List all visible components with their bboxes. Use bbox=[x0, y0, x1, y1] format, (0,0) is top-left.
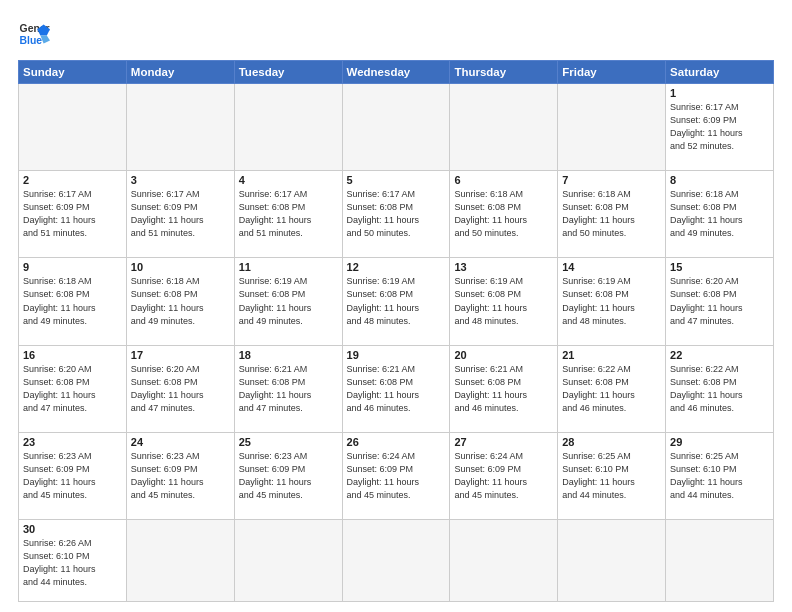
calendar-cell: 7Sunrise: 6:18 AM Sunset: 6:08 PM Daylig… bbox=[558, 171, 666, 258]
calendar-cell bbox=[666, 520, 774, 602]
calendar-row: 9Sunrise: 6:18 AM Sunset: 6:08 PM Daylig… bbox=[19, 258, 774, 345]
day-info: Sunrise: 6:18 AM Sunset: 6:08 PM Dayligh… bbox=[131, 275, 230, 327]
calendar-cell: 28Sunrise: 6:25 AM Sunset: 6:10 PM Dayli… bbox=[558, 432, 666, 519]
day-number: 18 bbox=[239, 349, 338, 361]
day-info: Sunrise: 6:25 AM Sunset: 6:10 PM Dayligh… bbox=[670, 450, 769, 502]
calendar-cell: 3Sunrise: 6:17 AM Sunset: 6:09 PM Daylig… bbox=[126, 171, 234, 258]
calendar-cell: 22Sunrise: 6:22 AM Sunset: 6:08 PM Dayli… bbox=[666, 345, 774, 432]
calendar-row: 16Sunrise: 6:20 AM Sunset: 6:08 PM Dayli… bbox=[19, 345, 774, 432]
day-info: Sunrise: 6:25 AM Sunset: 6:10 PM Dayligh… bbox=[562, 450, 661, 502]
calendar-cell bbox=[558, 520, 666, 602]
header: General Blue bbox=[18, 18, 774, 50]
weekday-header-saturday: Saturday bbox=[666, 61, 774, 84]
day-info: Sunrise: 6:20 AM Sunset: 6:08 PM Dayligh… bbox=[23, 363, 122, 415]
svg-text:Blue: Blue bbox=[20, 35, 43, 46]
day-info: Sunrise: 6:24 AM Sunset: 6:09 PM Dayligh… bbox=[454, 450, 553, 502]
page: General Blue SundayMondayTuesdayWednesda… bbox=[0, 0, 792, 612]
day-number: 28 bbox=[562, 436, 661, 448]
day-number: 12 bbox=[347, 261, 446, 273]
day-info: Sunrise: 6:23 AM Sunset: 6:09 PM Dayligh… bbox=[23, 450, 122, 502]
day-info: Sunrise: 6:22 AM Sunset: 6:08 PM Dayligh… bbox=[562, 363, 661, 415]
calendar-cell bbox=[234, 84, 342, 171]
calendar-cell: 21Sunrise: 6:22 AM Sunset: 6:08 PM Dayli… bbox=[558, 345, 666, 432]
weekday-header-tuesday: Tuesday bbox=[234, 61, 342, 84]
day-number: 23 bbox=[23, 436, 122, 448]
calendar-cell: 24Sunrise: 6:23 AM Sunset: 6:09 PM Dayli… bbox=[126, 432, 234, 519]
weekday-header-monday: Monday bbox=[126, 61, 234, 84]
day-info: Sunrise: 6:21 AM Sunset: 6:08 PM Dayligh… bbox=[239, 363, 338, 415]
day-number: 17 bbox=[131, 349, 230, 361]
day-info: Sunrise: 6:17 AM Sunset: 6:09 PM Dayligh… bbox=[131, 188, 230, 240]
day-number: 7 bbox=[562, 174, 661, 186]
day-number: 10 bbox=[131, 261, 230, 273]
calendar-cell: 11Sunrise: 6:19 AM Sunset: 6:08 PM Dayli… bbox=[234, 258, 342, 345]
day-number: 6 bbox=[454, 174, 553, 186]
day-info: Sunrise: 6:18 AM Sunset: 6:08 PM Dayligh… bbox=[562, 188, 661, 240]
calendar-cell: 29Sunrise: 6:25 AM Sunset: 6:10 PM Dayli… bbox=[666, 432, 774, 519]
calendar-cell: 4Sunrise: 6:17 AM Sunset: 6:08 PM Daylig… bbox=[234, 171, 342, 258]
day-number: 19 bbox=[347, 349, 446, 361]
calendar-cell: 27Sunrise: 6:24 AM Sunset: 6:09 PM Dayli… bbox=[450, 432, 558, 519]
calendar-cell: 9Sunrise: 6:18 AM Sunset: 6:08 PM Daylig… bbox=[19, 258, 127, 345]
day-number: 30 bbox=[23, 523, 122, 535]
day-number: 21 bbox=[562, 349, 661, 361]
day-info: Sunrise: 6:21 AM Sunset: 6:08 PM Dayligh… bbox=[347, 363, 446, 415]
day-number: 13 bbox=[454, 261, 553, 273]
calendar-cell: 23Sunrise: 6:23 AM Sunset: 6:09 PM Dayli… bbox=[19, 432, 127, 519]
calendar-cell: 13Sunrise: 6:19 AM Sunset: 6:08 PM Dayli… bbox=[450, 258, 558, 345]
weekday-header-friday: Friday bbox=[558, 61, 666, 84]
day-info: Sunrise: 6:18 AM Sunset: 6:08 PM Dayligh… bbox=[23, 275, 122, 327]
day-number: 29 bbox=[670, 436, 769, 448]
day-info: Sunrise: 6:17 AM Sunset: 6:09 PM Dayligh… bbox=[23, 188, 122, 240]
calendar-row: 2Sunrise: 6:17 AM Sunset: 6:09 PM Daylig… bbox=[19, 171, 774, 258]
calendar-cell: 6Sunrise: 6:18 AM Sunset: 6:08 PM Daylig… bbox=[450, 171, 558, 258]
calendar-cell: 30Sunrise: 6:26 AM Sunset: 6:10 PM Dayli… bbox=[19, 520, 127, 602]
day-info: Sunrise: 6:18 AM Sunset: 6:08 PM Dayligh… bbox=[670, 188, 769, 240]
calendar-cell: 8Sunrise: 6:18 AM Sunset: 6:08 PM Daylig… bbox=[666, 171, 774, 258]
day-info: Sunrise: 6:19 AM Sunset: 6:08 PM Dayligh… bbox=[454, 275, 553, 327]
day-number: 22 bbox=[670, 349, 769, 361]
day-info: Sunrise: 6:21 AM Sunset: 6:08 PM Dayligh… bbox=[454, 363, 553, 415]
calendar-cell: 14Sunrise: 6:19 AM Sunset: 6:08 PM Dayli… bbox=[558, 258, 666, 345]
day-info: Sunrise: 6:17 AM Sunset: 6:09 PM Dayligh… bbox=[670, 101, 769, 153]
calendar-cell: 5Sunrise: 6:17 AM Sunset: 6:08 PM Daylig… bbox=[342, 171, 450, 258]
day-info: Sunrise: 6:20 AM Sunset: 6:08 PM Dayligh… bbox=[670, 275, 769, 327]
calendar-row: 1Sunrise: 6:17 AM Sunset: 6:09 PM Daylig… bbox=[19, 84, 774, 171]
day-number: 16 bbox=[23, 349, 122, 361]
day-number: 20 bbox=[454, 349, 553, 361]
day-number: 25 bbox=[239, 436, 338, 448]
calendar-cell bbox=[558, 84, 666, 171]
day-info: Sunrise: 6:19 AM Sunset: 6:08 PM Dayligh… bbox=[562, 275, 661, 327]
weekday-header-wednesday: Wednesday bbox=[342, 61, 450, 84]
day-info: Sunrise: 6:24 AM Sunset: 6:09 PM Dayligh… bbox=[347, 450, 446, 502]
calendar-cell bbox=[450, 520, 558, 602]
calendar-cell: 15Sunrise: 6:20 AM Sunset: 6:08 PM Dayli… bbox=[666, 258, 774, 345]
calendar-cell: 10Sunrise: 6:18 AM Sunset: 6:08 PM Dayli… bbox=[126, 258, 234, 345]
day-number: 1 bbox=[670, 87, 769, 99]
calendar-cell: 26Sunrise: 6:24 AM Sunset: 6:09 PM Dayli… bbox=[342, 432, 450, 519]
day-number: 24 bbox=[131, 436, 230, 448]
calendar-cell: 18Sunrise: 6:21 AM Sunset: 6:08 PM Dayli… bbox=[234, 345, 342, 432]
day-info: Sunrise: 6:26 AM Sunset: 6:10 PM Dayligh… bbox=[23, 537, 122, 589]
day-info: Sunrise: 6:18 AM Sunset: 6:08 PM Dayligh… bbox=[454, 188, 553, 240]
day-number: 15 bbox=[670, 261, 769, 273]
day-info: Sunrise: 6:17 AM Sunset: 6:08 PM Dayligh… bbox=[347, 188, 446, 240]
calendar-row: 30Sunrise: 6:26 AM Sunset: 6:10 PM Dayli… bbox=[19, 520, 774, 602]
calendar-cell: 2Sunrise: 6:17 AM Sunset: 6:09 PM Daylig… bbox=[19, 171, 127, 258]
calendar-cell bbox=[19, 84, 127, 171]
day-number: 14 bbox=[562, 261, 661, 273]
day-info: Sunrise: 6:22 AM Sunset: 6:08 PM Dayligh… bbox=[670, 363, 769, 415]
calendar-cell bbox=[126, 84, 234, 171]
day-number: 27 bbox=[454, 436, 553, 448]
calendar-cell bbox=[126, 520, 234, 602]
day-number: 4 bbox=[239, 174, 338, 186]
logo-icon: General Blue bbox=[18, 18, 50, 50]
day-number: 26 bbox=[347, 436, 446, 448]
calendar-cell: 12Sunrise: 6:19 AM Sunset: 6:08 PM Dayli… bbox=[342, 258, 450, 345]
logo: General Blue bbox=[18, 18, 50, 50]
day-number: 11 bbox=[239, 261, 338, 273]
day-number: 2 bbox=[23, 174, 122, 186]
day-number: 3 bbox=[131, 174, 230, 186]
day-info: Sunrise: 6:23 AM Sunset: 6:09 PM Dayligh… bbox=[239, 450, 338, 502]
day-number: 5 bbox=[347, 174, 446, 186]
